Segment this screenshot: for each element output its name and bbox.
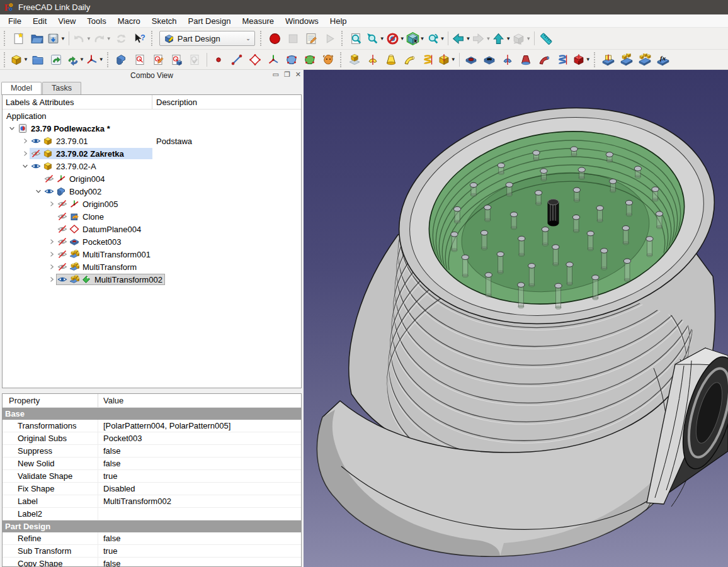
menu-sketch[interactable]: Sketch [146,15,183,27]
dropdown-arrow-icon[interactable]: ▼ [99,57,104,62]
fit-all-button[interactable] [348,30,365,47]
additive-loft-button[interactable] [383,51,400,68]
subtractive-sweep-button[interactable] [536,51,553,68]
subtractive-helix-button[interactable] [554,51,571,68]
property-value[interactable]: Pocket003 [98,432,301,444]
visibility-toggle[interactable] [31,149,42,159]
datum-plane-button[interactable] [247,51,264,68]
visibility-toggle[interactable] [57,262,68,272]
visibility-toggle[interactable] [31,136,42,146]
create-sketch-button[interactable] [132,51,149,68]
property-row-label[interactable]: LabelMultiTransform002 [3,495,301,508]
part-button[interactable]: ▼ [10,51,28,68]
property-column-value[interactable]: Value [98,396,123,405]
dropdown-arrow-icon[interactable]: ▼ [86,36,91,42]
visibility-toggle[interactable] [57,249,68,259]
property-row-validate-shape[interactable]: Validate Shapetrue [3,470,301,483]
dropdown-arrow-icon[interactable]: ▼ [526,36,531,42]
property-column-name[interactable]: Property [3,394,98,407]
toolbar-grip[interactable] [151,31,154,46]
property-row-label2[interactable]: Label2 [3,508,301,520]
property-value[interactable]: MultiTransform002 [98,495,301,507]
subtractive-boolean-button[interactable]: ▼ [572,51,591,68]
dropdown-arrow-icon[interactable]: ▼ [440,36,445,42]
dropdown-arrow-icon[interactable]: ▼ [106,36,111,42]
clone-feature-button[interactable] [320,51,337,68]
property-row-suppress[interactable]: Suppressfalse [3,445,301,458]
menu-tools[interactable]: Tools [81,15,111,27]
sub-shape-binder-button[interactable] [302,51,319,68]
panel-minimize-icon[interactable]: ▭ [273,70,279,79]
linear-pattern-button[interactable] [618,51,635,68]
property-group-part-design[interactable]: Part Design [3,520,301,532]
property-value[interactable]: [PolarPattern004, PolarPattern005] [98,420,301,432]
tree-item-clone[interactable]: Clone [3,210,301,223]
workbench-selector[interactable]: Part Design⌄ [159,31,255,46]
tree-item-23-79-podlewaczka-[interactable]: 23.79 Podlewaczka * [3,122,301,135]
tree-expander[interactable] [8,124,16,133]
property-row-refine[interactable]: Refinefalse [3,532,301,545]
nav-back-button[interactable]: ▼ [452,30,470,47]
tree-item-multitransform002[interactable]: MultiTransform002 [3,273,301,286]
toolbar-grip[interactable] [4,31,7,46]
dropdown-arrow-icon[interactable]: ▼ [586,57,591,62]
tree-item-pocket003[interactable]: Pocket003 [3,235,301,248]
property-value[interactable]: false [98,532,301,544]
groove-button[interactable] [499,51,516,68]
property-row-copy-shape[interactable]: Copy Shapefalse [3,558,301,567]
tree-expander[interactable] [21,162,30,171]
tree-expander[interactable] [34,187,43,196]
combo-view-titlebar[interactable]: Combo View ▭ ❐ ✕ [0,70,304,81]
visibility-toggle[interactable] [44,174,55,184]
dropdown-arrow-icon[interactable]: ▼ [420,36,425,42]
tree-expander[interactable] [21,137,30,145]
property-row-transformations[interactable]: Transformations[PolarPattern004, PolarPa… [3,420,301,432]
tab-tasks[interactable]: Tasks [42,82,81,94]
panel-float-icon[interactable]: ❐ [284,70,290,79]
toolbar-grip[interactable] [341,31,344,46]
menu-windows[interactable]: Windows [280,15,324,27]
visibility-toggle[interactable] [57,199,68,209]
toolbar-grip[interactable] [594,52,597,67]
create-body-button[interactable] [113,51,130,68]
dropdown-arrow-icon[interactable]: ▼ [23,57,28,62]
datum-line-button[interactable] [229,51,246,68]
link-replace-button[interactable]: ▼ [66,51,84,68]
visibility-toggle[interactable] [57,274,68,284]
tree-column-description[interactable]: Description [152,98,197,107]
property-row-original-subs[interactable]: Original SubsPocket003 [3,432,301,445]
map-sketch-button[interactable] [168,51,185,68]
property-row-new-solid[interactable]: New Solidfalse [3,458,301,470]
additive-helix-button[interactable] [419,51,436,68]
tree-item-origin004[interactable]: Origin004 [3,172,301,185]
visibility-toggle[interactable] [57,224,68,234]
tree-item-origin005[interactable]: Origin005 [3,198,301,210]
visibility-toggle[interactable] [57,237,68,247]
dropdown-arrow-icon[interactable]: ▼ [465,36,470,42]
whats-this-button[interactable]: ? [131,30,148,47]
local-cs-button[interactable] [265,51,282,68]
view-sync-button[interactable]: ▼ [426,30,445,47]
menu-part-design[interactable]: Part Design [183,15,237,27]
menu-file[interactable]: File [3,15,27,27]
tab-model[interactable]: Model [1,82,42,95]
panel-close-icon[interactable]: ✕ [295,70,301,79]
menu-measure[interactable]: Measure [236,15,280,27]
toolbar-grip[interactable] [340,52,343,67]
additive-sweep-button[interactable] [401,51,418,68]
property-value[interactable]: false [98,558,301,567]
link-button[interactable] [48,51,65,68]
property-value[interactable] [98,508,301,520]
pad-button[interactable] [346,51,363,68]
tree-item-23-79-01[interactable]: 23.79.01Podstawa [3,135,301,147]
nav-up-button[interactable]: ▼ [492,30,511,47]
dropdown-arrow-icon[interactable]: ▼ [486,36,491,42]
toolbar-grip[interactable] [260,31,263,46]
tree-expander[interactable] [47,199,56,208]
menu-view[interactable]: View [52,15,81,27]
property-value[interactable]: false [98,458,301,469]
dropdown-arrow-icon[interactable]: ▼ [451,57,456,62]
new-document-button[interactable] [10,30,27,47]
hole-button[interactable] [481,51,498,68]
menu-edit[interactable]: Edit [27,15,52,27]
